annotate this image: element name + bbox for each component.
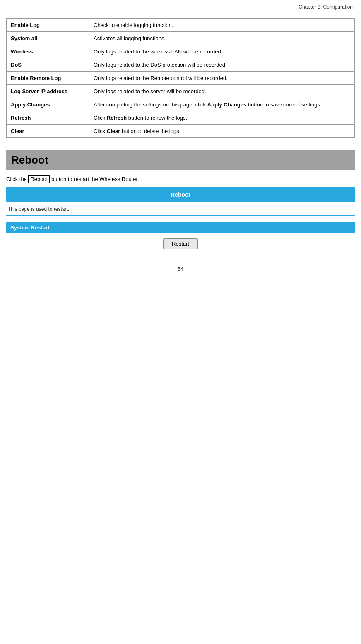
table-row-description: Check to enable logging function. — [89, 19, 355, 32]
reboot-divider — [6, 215, 355, 216]
reboot-boxed-label: Reboot — [28, 175, 50, 183]
restart-button[interactable]: Restart — [163, 238, 198, 249]
page-number-text: 54 — [178, 266, 183, 272]
table-row-description: Activates all logging functions. — [89, 32, 355, 45]
reboot-info-text: This page is used to restart. — [8, 206, 353, 212]
table-row: DoSOnly logs related to the DoS protecti… — [7, 58, 355, 72]
chapter-title: Chapter 3: Configuration — [298, 4, 353, 10]
table-row: Enable Remote LogOnly logs related to th… — [7, 72, 355, 85]
table-row-label: Enable Remote Log — [7, 72, 89, 85]
table-row-label: Enable Log — [7, 19, 89, 32]
table-row-label: Log Server IP address — [7, 85, 89, 98]
table-row-description: After completing the settings on this pa… — [89, 98, 355, 111]
table-row-label: Clear — [7, 125, 89, 138]
system-restart-label: System Restart — [10, 224, 50, 231]
table-row: Log Server IP addressOnly logs related t… — [7, 85, 355, 98]
chapter-header: Chapter 3: Configuration — [6, 4, 355, 10]
table-row: WirelessOnly logs related to the wireles… — [7, 45, 355, 58]
table-row-description: Only logs related to the wireless LAN wi… — [89, 45, 355, 58]
table-row: Enable LogCheck to enable logging functi… — [7, 19, 355, 32]
reboot-heading-text: Reboot — [11, 154, 48, 166]
system-restart-bar: System Restart — [6, 222, 355, 233]
restart-button-container: Restart — [6, 238, 355, 249]
table-row: RefreshClick Refresh button to renew the… — [7, 111, 355, 125]
table-row-label: Refresh — [7, 111, 89, 125]
table-row-label: DoS — [7, 58, 89, 72]
table-row-description: Only logs related to the DoS protection … — [89, 58, 355, 72]
reboot-bar-label: Reboot — [171, 191, 190, 198]
table-row-label: System all — [7, 32, 89, 45]
reboot-info-content: This page is used to restart. — [8, 206, 69, 212]
table-row-label: Apply Changes — [7, 98, 89, 111]
reboot-desc-suffix: button to restart the Wireless Router. — [50, 176, 139, 182]
table-row-description: Only logs related to the Remote control … — [89, 72, 355, 85]
config-table: Enable LogCheck to enable logging functi… — [6, 18, 355, 138]
page-number: 54 — [6, 266, 355, 272]
table-row-description: Only logs related to the server will be … — [89, 85, 355, 98]
table-row: ClearClick Clear button to delete the lo… — [7, 125, 355, 138]
reboot-desc-prefix: Click the — [6, 176, 28, 182]
table-row-description: Click Refresh button to renew the logs. — [89, 111, 355, 125]
table-row-description: Click Clear button to delete the logs. — [89, 125, 355, 138]
reboot-section-heading: Reboot — [6, 150, 355, 170]
table-row: Apply ChangesAfter completing the settin… — [7, 98, 355, 111]
reboot-blue-bar: Reboot — [6, 187, 355, 202]
reboot-description: Click the Reboot button to restart the W… — [6, 176, 355, 182]
table-row: System allActivates all logging function… — [7, 32, 355, 45]
table-row-label: Wireless — [7, 45, 89, 58]
